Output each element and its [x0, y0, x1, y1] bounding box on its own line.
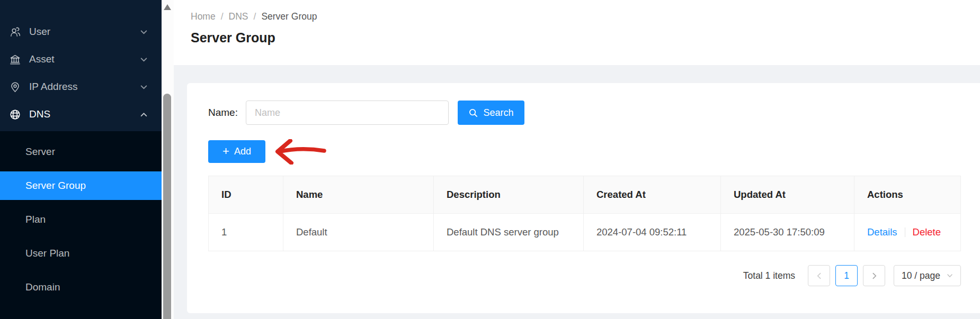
sidebar-menu: User Asset: [0, 0, 162, 131]
pagination-page-1[interactable]: 1: [835, 265, 858, 286]
breadcrumb-home[interactable]: Home: [191, 11, 216, 22]
globe-icon: [8, 108, 21, 121]
pagination-prev-button[interactable]: [808, 265, 830, 286]
sidebar-item-label: User: [29, 26, 50, 38]
sidebar-item-user[interactable]: User: [0, 21, 162, 42]
page-size-select[interactable]: 10 / page: [894, 265, 961, 286]
dns-submenu: Server Server Group Plan User Plan Domai…: [0, 131, 162, 319]
sidebar-item-asset[interactable]: Asset: [0, 49, 162, 70]
search-button[interactable]: Search: [458, 101, 524, 125]
breadcrumb: Home / DNS / Server Group: [191, 11, 980, 22]
main-content: Home / DNS / Server Group Server Group N…: [174, 0, 980, 319]
sidebar-item-label: User Plan: [25, 248, 69, 259]
cell-description: Default DNS server group: [434, 214, 584, 251]
breadcrumb-separator: /: [221, 11, 224, 22]
scrollbar-thumb[interactable]: [163, 94, 171, 319]
sidebar-item-plan[interactable]: Plan: [0, 205, 162, 234]
cell-updated-at: 2025-05-30 17:50:09: [721, 214, 854, 251]
sidebar-item-label: Asset: [29, 53, 55, 65]
sidebar-item-server-group[interactable]: Server Group: [0, 171, 162, 200]
breadcrumb-separator: /: [254, 11, 256, 22]
red-arrow-annotation-icon: [272, 139, 328, 165]
team-icon: [8, 25, 21, 38]
cell-id: 1: [209, 214, 283, 251]
delete-link[interactable]: Delete: [913, 226, 941, 238]
cell-created-at: 2024-07-04 09:52:11: [584, 214, 721, 251]
cell-name: Default: [283, 214, 434, 251]
search-button-label: Search: [483, 107, 513, 119]
pagination: Total 1 items 1 10 / page: [208, 265, 961, 286]
sidebar-item-label: Server: [25, 146, 55, 158]
page-header: Home / DNS / Server Group Server Group: [174, 0, 980, 65]
column-header-id: ID: [209, 176, 283, 214]
chevron-down-icon: [140, 56, 148, 63]
add-row: + Add: [208, 140, 961, 163]
chevron-left-icon: [816, 272, 823, 279]
column-header-description: Description: [434, 176, 584, 214]
sidebar-item-dns[interactable]: DNS: [0, 104, 162, 125]
sidebar-item-label: DNS: [29, 108, 50, 120]
table-row: 1 Default Default DNS server group 2024-…: [209, 214, 961, 251]
sidebar-item-ip-address[interactable]: IP Address: [0, 76, 162, 97]
sidebar-item-label: Plan: [25, 214, 46, 225]
column-header-name: Name: [283, 176, 434, 214]
location-pin-icon: [8, 80, 21, 93]
bank-icon: [8, 53, 21, 66]
add-button-label: Add: [234, 146, 251, 157]
chevron-right-icon: [871, 272, 878, 279]
chevron-down-icon: [140, 83, 148, 91]
breadcrumb-dns[interactable]: DNS: [229, 11, 248, 22]
page-title: Server Group: [191, 30, 980, 45]
plus-icon: +: [222, 145, 229, 157]
server-group-card: Name: Search + Add: [187, 83, 980, 313]
filter-row: Name: Search: [208, 101, 961, 125]
pagination-total: Total 1 items: [743, 270, 795, 281]
table-header-row: ID Name Description Created At Updated A…: [209, 176, 961, 214]
chevron-up-icon: [140, 111, 148, 119]
sidebar: User Asset: [0, 0, 162, 319]
sidebar-item-user-plan[interactable]: User Plan: [0, 239, 162, 268]
sidebar-item-server[interactable]: Server: [0, 138, 162, 166]
page-size-value: 10 / page: [902, 270, 940, 281]
chevron-down-icon: [140, 28, 148, 36]
add-button[interactable]: + Add: [208, 140, 265, 163]
pagination-next-button[interactable]: [863, 265, 885, 286]
sidebar-item-domain[interactable]: Domain: [0, 273, 162, 302]
action-divider: [905, 227, 905, 237]
name-label: Name:: [208, 107, 238, 119]
server-group-table: ID Name Description Created At Updated A…: [208, 176, 961, 251]
chevron-down-icon: [947, 272, 953, 279]
scrollbar-up-arrow-icon[interactable]: [164, 4, 171, 10]
column-header-created-at: Created At: [584, 176, 721, 214]
content-scrollbar[interactable]: [162, 0, 174, 319]
search-icon: [468, 108, 478, 117]
sidebar-item-label: Domain: [25, 281, 60, 293]
sidebar-item-label: IP Address: [29, 81, 78, 93]
cell-actions: DetailsDelete: [854, 214, 961, 251]
name-input[interactable]: [246, 101, 449, 125]
sidebar-item-label: Server Group: [25, 180, 86, 192]
details-link[interactable]: Details: [867, 226, 897, 238]
breadcrumb-current: Server Group: [261, 11, 317, 22]
column-header-actions: Actions: [854, 176, 961, 214]
column-header-updated-at: Updated At: [721, 176, 854, 214]
